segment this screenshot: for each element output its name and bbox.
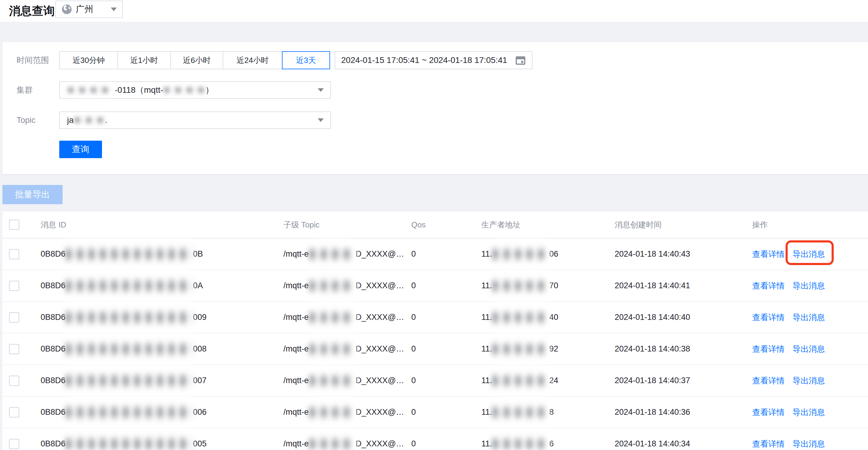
export-message-link[interactable]: 导出消息 [793,312,825,323]
time-option-24h[interactable]: 近24小时 [223,51,282,69]
column-header-producer: 生产者地址 [482,212,521,238]
redacted-message-id [66,397,192,427]
table-row: 0B8D6 009 /mqtt-e D_XXXX@… 0 11. 40 2024… [2,302,868,333]
row-checkbox[interactable] [9,407,19,418]
redacted-producer-address [493,272,549,300]
region-name: 广州 [76,3,93,16]
time-option-6h[interactable]: 近6小时 [170,51,223,69]
created-time: 2024-01-18 14:40:43 [615,238,690,270]
producer-address-prefix: 11. [482,249,492,259]
message-id-prefix: 0B8D6 [41,313,66,322]
redacted-cluster-id [164,83,204,97]
row-checkbox[interactable] [9,312,19,322]
time-option-3d-selected[interactable]: 近3天 [282,51,330,69]
topic-label: Topic [17,111,35,129]
query-button[interactable]: 查询 [59,141,102,158]
topic-prefix: /mqtt-e [283,281,309,290]
topic-suffix: D_XXXX@… [355,313,404,322]
redacted-message-id [66,334,192,364]
table-row: 0B8D6 0A /mqtt-e D_XXXX@… 0 11. 70 2024-… [2,270,868,302]
view-detail-link[interactable]: 查看详情 [752,344,785,355]
table-row: 0B8D6 005 /mqtt-e D_XXXX@… 0 11. 6 2024-… [2,428,868,450]
cluster-label: 集群 [17,81,33,99]
topic-suffix: D_XXXX@… [355,376,404,385]
export-message-link[interactable]: 导出消息 [793,344,825,355]
qos-value: 0 [411,238,416,270]
row-checkbox[interactable] [9,375,19,386]
column-header-actions: 操作 [752,212,768,238]
row-checkbox[interactable] [9,281,19,291]
redacted-topic [75,114,104,127]
producer-address-suffix: 8 [549,407,554,417]
message-id-suffix: 0B [193,249,203,259]
redacted-topic-segment [310,335,355,363]
message-id-suffix: 007 [193,376,207,385]
time-option-30min[interactable]: 近30分钟 [59,51,118,69]
select-all-checkbox[interactable] [9,220,19,230]
column-header-message-id: 消息 ID [41,212,66,238]
topic-value-suffix: . [105,115,107,125]
topic-prefix: /mqtt-e [283,249,309,259]
redacted-producer-address [493,335,549,363]
redacted-message-id [66,302,192,333]
redacted-topic-segment [310,430,355,450]
topic-prefix: /mqtt-e [283,376,309,385]
date-range-picker[interactable]: 2024-01-15 17:05:41 ~ 2024-01-18 17:05:4… [335,51,532,69]
export-message-link[interactable]: 导出消息 [793,375,825,386]
time-option-1h[interactable]: 近1小时 [117,51,171,69]
cluster-value-end: ） [205,84,214,96]
view-detail-link[interactable]: 查看详情 [752,280,785,291]
redacted-topic-segment [310,272,355,300]
globe-icon [61,4,72,15]
topic-suffix: D_XXXX@… [355,344,404,354]
export-message-link[interactable]: 导出消息 [793,249,825,260]
created-time: 2024-01-18 14:40:37 [615,365,690,396]
export-message-link[interactable]: 导出消息 [793,407,825,418]
topic-prefix: /mqtt-e [283,313,309,322]
batch-export-button[interactable]: 批量导出 [2,185,63,204]
table-row: 0B8D6 008 /mqtt-e D_XXXX@… 0 11. 92 2024… [2,333,868,365]
topic-prefix: /mqtt-e [283,407,309,417]
redacted-cluster-name [68,83,114,97]
view-detail-link[interactable]: 查看详情 [752,312,785,323]
qos-value: 0 [411,270,416,301]
producer-address-suffix: 24 [549,376,558,385]
topic-suffix: D_XXXX@… [355,281,404,290]
redacted-message-id [66,366,192,396]
time-range-label: 时间范围 [17,51,49,69]
table-row: 0B8D6 0B /mqtt-e D_XXXX@… 0 11. 06 2024-… [2,238,868,270]
producer-address-prefix: 11. [482,376,492,385]
top-bar: 消息查询 广州 [0,0,868,22]
calendar-icon[interactable] [515,55,526,66]
region-selector[interactable]: 广州 [55,1,123,18]
column-header-created-time: 消息创建时间 [615,212,661,238]
view-detail-link[interactable]: 查看详情 [752,407,785,418]
topic-select[interactable]: ja . [59,111,331,129]
row-checkbox[interactable] [9,249,19,259]
producer-address-prefix: 11. [482,281,492,290]
export-message-link[interactable]: 导出消息 [793,439,825,449]
redacted-message-id [66,239,192,269]
date-range-value: 2024-01-15 17:05:41 ~ 2024-01-18 17:05:4… [341,55,507,65]
producer-address-prefix: 11. [482,313,492,322]
producer-address-prefix: 11. [482,439,492,449]
cluster-value-mid: -0118（mqtt- [115,84,163,96]
export-message-link[interactable]: 导出消息 [793,280,825,291]
column-header-sub-topic: 子级 Topic [283,212,319,238]
message-id-suffix: 008 [193,344,207,354]
message-id-suffix: 009 [193,313,207,322]
message-id-suffix: 005 [193,439,207,449]
row-checkbox[interactable] [9,344,19,354]
redacted-topic-segment [310,367,355,395]
message-id-prefix: 0B8D6 [41,407,66,417]
view-detail-link[interactable]: 查看详情 [752,439,785,449]
view-detail-link[interactable]: 查看详情 [752,249,785,260]
view-detail-link[interactable]: 查看详情 [752,375,785,386]
row-checkbox[interactable] [9,439,19,449]
topic-suffix: D_XXXX@… [355,407,404,417]
producer-address-suffix: 70 [549,281,558,290]
cluster-select[interactable]: -0118（mqtt- ） [59,81,331,99]
table-row: 0B8D6 007 /mqtt-e D_XXXX@… 0 11. 24 2024… [2,365,868,397]
redacted-producer-address [493,367,549,395]
qos-value: 0 [411,333,416,364]
